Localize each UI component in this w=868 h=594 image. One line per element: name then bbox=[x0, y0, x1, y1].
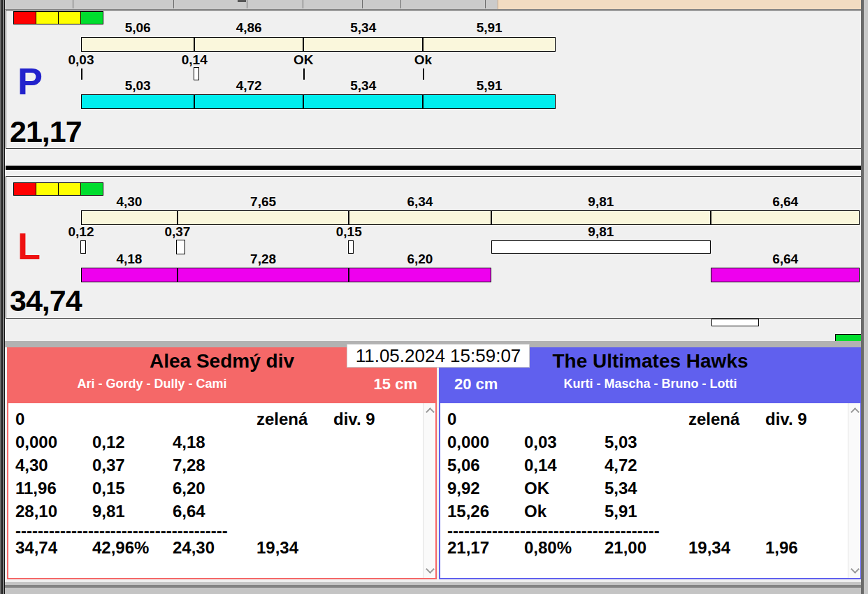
bottom-strip bbox=[0, 581, 868, 594]
top-bar-segment bbox=[423, 37, 556, 52]
team-players: Kurti - Mascha - Bruno - Lotti bbox=[439, 377, 862, 391]
marker-label: 0,03 bbox=[53, 52, 109, 68]
marker-label: 0,37 bbox=[150, 224, 205, 240]
panel-letter-l: L bbox=[17, 227, 41, 265]
pending-bar-label: 9,81 bbox=[491, 224, 711, 240]
bottom-bar-segment bbox=[349, 268, 491, 282]
table-cell: 0,000 bbox=[447, 433, 489, 451]
window-right-border bbox=[864, 0, 868, 594]
gauge-panel-l: L 34,74 4,307,656,349,816,640,120,370,15… bbox=[6, 176, 862, 319]
strip-divider bbox=[247, 0, 247, 8]
bottom-bar-label: 5,34 bbox=[303, 78, 423, 92]
top-strip bbox=[0, 0, 868, 10]
table-cell: Ok bbox=[524, 502, 547, 521]
bottom-bar-segment bbox=[423, 94, 556, 109]
table-cell: 15,26 bbox=[447, 502, 489, 521]
table-cell: 0 bbox=[15, 410, 24, 428]
table-cell: 21,00 bbox=[605, 539, 646, 557]
status-light bbox=[36, 183, 59, 195]
bottom-bar-label: 4,72 bbox=[194, 78, 303, 92]
strip-divider bbox=[303, 0, 303, 8]
score-table-left[interactable]: 0zelenádiv. 90,0000,124,184,300,377,2811… bbox=[7, 402, 437, 579]
table-cell: 5,03 bbox=[605, 433, 637, 451]
gauge-panel-p: P 21,17 5,064,865,345,910,030,14OKOk5,03… bbox=[6, 10, 862, 149]
marker-label: 0,15 bbox=[321, 224, 377, 240]
bottom-bar-label: 5,03 bbox=[81, 78, 194, 92]
panel-total-p: 21,17 bbox=[10, 117, 82, 147]
strip-divider bbox=[73, 0, 73, 8]
table-cell: 0,80% bbox=[524, 539, 572, 557]
bottom-bar-segment bbox=[711, 268, 860, 282]
table-cell: 0,14 bbox=[524, 456, 557, 475]
marker-label: Ok bbox=[395, 52, 451, 68]
table-cell: 42,96% bbox=[92, 539, 149, 557]
top-bar-segment bbox=[349, 210, 491, 225]
table-cell: div. 9 bbox=[765, 410, 807, 428]
bottom-bar-label: 7,28 bbox=[178, 252, 349, 266]
top-bar-label: 4,86 bbox=[194, 20, 303, 34]
table-cell: 11,96 bbox=[15, 479, 57, 498]
table-cell: 0,12 bbox=[92, 433, 125, 451]
table-cell: div. 9 bbox=[333, 410, 375, 428]
table-cell: zelená bbox=[688, 410, 739, 428]
table-cell: 4,72 bbox=[605, 456, 637, 475]
marker-label: 0,12 bbox=[53, 224, 109, 240]
table-cell: 0 bbox=[447, 410, 456, 428]
bottom-bar-segment bbox=[178, 268, 349, 282]
panel-letter-p: P bbox=[17, 62, 43, 100]
timestamp: 11.05.2024 15:59:07 bbox=[347, 344, 530, 368]
table-cell: 9,92 bbox=[447, 479, 480, 498]
strip-divider bbox=[400, 0, 401, 8]
scrollbar[interactable] bbox=[423, 403, 435, 578]
pending-indicator-box bbox=[711, 319, 759, 326]
table-cell: 6,20 bbox=[173, 479, 205, 498]
table-cell: OK bbox=[524, 479, 549, 498]
table-cell: 19,34 bbox=[256, 539, 298, 557]
table-cell: 24,30 bbox=[173, 539, 215, 557]
panel-total-l: 34,74 bbox=[10, 286, 82, 316]
bottom-strip-line bbox=[0, 585, 868, 588]
top-bar-segment bbox=[303, 37, 423, 52]
table-cell: 0,15 bbox=[92, 479, 125, 498]
marker-label: 0,14 bbox=[166, 52, 222, 68]
top-bar-segment bbox=[194, 37, 303, 52]
table-cell: 5,34 bbox=[605, 479, 637, 498]
table-cell: 5,91 bbox=[605, 502, 637, 521]
table-cell: zelená bbox=[256, 410, 308, 428]
status-light bbox=[14, 183, 36, 195]
top-bar-segment bbox=[81, 210, 178, 225]
status-light bbox=[14, 12, 36, 24]
pending-bar bbox=[491, 240, 711, 254]
team-distance: 20 cm bbox=[454, 375, 498, 393]
strip-caret bbox=[238, 0, 246, 2]
scrollbar[interactable] bbox=[848, 403, 860, 578]
top-bar-label: 9,81 bbox=[491, 194, 711, 208]
scroll-down-icon[interactable] bbox=[426, 565, 435, 574]
top-bar-label: 7,65 bbox=[178, 194, 349, 208]
bottom-bar-label: 4,18 bbox=[81, 252, 178, 266]
status-light bbox=[59, 183, 81, 195]
bottom-bar-label: 6,64 bbox=[711, 252, 860, 266]
window-left-border bbox=[3, 0, 5, 594]
top-bar-segment bbox=[491, 210, 711, 225]
top-bar-label: 5,91 bbox=[423, 20, 556, 34]
score-table-right[interactable]: 0zelenádiv. 90,0000,035,035,060,144,729,… bbox=[439, 402, 862, 579]
bottom-bar-label: 5,91 bbox=[423, 78, 556, 92]
top-bar-label: 5,34 bbox=[303, 20, 423, 34]
bottom-bar-segment bbox=[303, 94, 423, 109]
table-cell: 21,17 bbox=[447, 539, 489, 557]
table-cell: 1,96 bbox=[765, 539, 798, 557]
table-cell: 7,28 bbox=[173, 456, 205, 475]
bottom-strip-highlight bbox=[0, 581, 868, 582]
scroll-up-icon[interactable] bbox=[851, 407, 860, 416]
top-bar-label: 6,34 bbox=[349, 194, 491, 208]
table-cell: 5,06 bbox=[447, 456, 480, 475]
table-cell: 4,18 bbox=[173, 433, 205, 451]
strip-divider bbox=[362, 0, 363, 8]
scroll-up-icon[interactable] bbox=[426, 407, 435, 416]
table-cell: 34,74 bbox=[15, 539, 57, 557]
top-bar-segment bbox=[711, 210, 860, 225]
table-cell: 0,03 bbox=[524, 433, 557, 451]
bottom-bar-segment bbox=[81, 94, 194, 109]
scroll-down-icon[interactable] bbox=[851, 565, 860, 574]
